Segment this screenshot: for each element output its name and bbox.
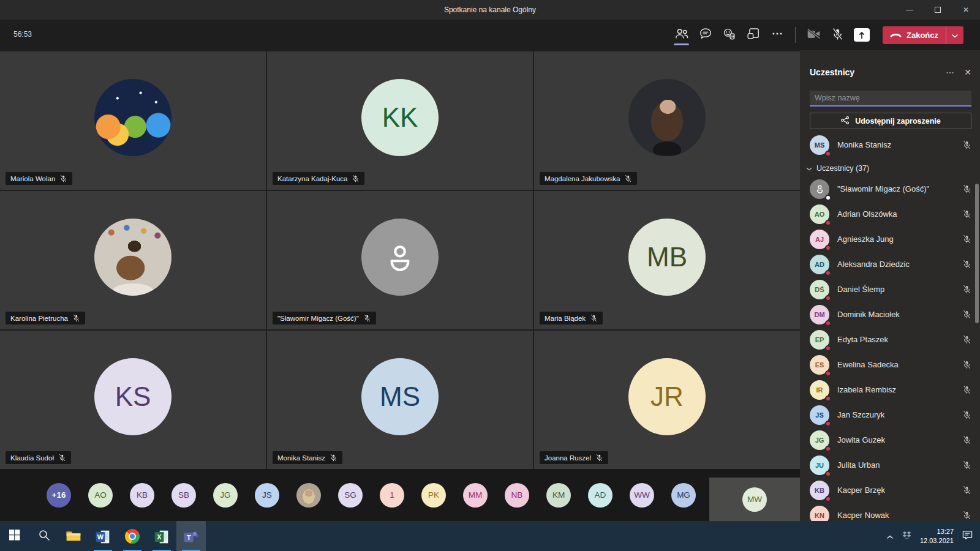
- video-tile[interactable]: Mariola Wolan: [0, 51, 266, 190]
- close-button[interactable]: ✕: [952, 0, 980, 20]
- start-button[interactable]: [0, 521, 29, 551]
- breakout-rooms-icon: [747, 27, 760, 43]
- reactions-icon: [722, 28, 736, 43]
- hang-up-icon: [890, 31, 902, 40]
- strip-avatar[interactable]: AO: [88, 483, 113, 508]
- mic-off-icon[interactable]: [962, 360, 971, 369]
- participant-row[interactable]: KN Kacper Nowak: [800, 503, 980, 521]
- hidden-participants-count[interactable]: +16: [47, 483, 71, 508]
- mic-off-icon[interactable]: [962, 285, 971, 294]
- camera-toggle-button[interactable]: [802, 20, 826, 50]
- word-button[interactable]: W: [88, 521, 118, 551]
- presence-badge: [825, 421, 831, 427]
- video-tile[interactable]: JR Joanna Ruszel: [534, 331, 800, 469]
- end-meeting-label: Zakończ: [907, 31, 938, 40]
- tile-name-label: Magdalena Jakubowska: [540, 172, 637, 185]
- strip-avatar[interactable]: JG: [213, 483, 238, 508]
- video-tile[interactable]: MB Maria Błądek: [534, 191, 800, 329]
- more-options-icon: [771, 27, 784, 43]
- taskbar-search-button[interactable]: [29, 521, 59, 551]
- end-options-button[interactable]: [946, 26, 963, 44]
- strip-avatar[interactable]: MM: [463, 483, 488, 508]
- panel-close-icon[interactable]: ✕: [964, 67, 971, 77]
- file-explorer-button[interactable]: [59, 521, 88, 551]
- show-chat-button[interactable]: [693, 20, 717, 50]
- strip-avatar[interactable]: MG: [671, 483, 696, 508]
- minimize-button[interactable]: —: [895, 0, 924, 20]
- participant-row[interactable]: MS Monika Stanisz: [800, 132, 980, 157]
- participant-row[interactable]: JS Jan Szczuryk: [800, 402, 980, 427]
- mic-off-icon[interactable]: [962, 460, 971, 470]
- self-view-tile[interactable]: MW: [709, 478, 800, 521]
- mic-off-icon[interactable]: [962, 310, 971, 319]
- more-options-button[interactable]: [765, 20, 789, 50]
- reactions-button[interactable]: [717, 20, 741, 50]
- mic-off-icon[interactable]: [962, 140, 971, 149]
- strip-avatar[interactable]: KM: [546, 483, 571, 508]
- excel-button[interactable]: X: [147, 521, 176, 551]
- mic-off-icon[interactable]: [962, 410, 971, 419]
- mic-off-icon[interactable]: [962, 184, 971, 193]
- participants-section-header[interactable]: Uczestnicy (37): [806, 164, 971, 173]
- video-tile[interactable]: KK Katarzyna Kadaj-Kuca: [267, 51, 533, 190]
- strip-avatar[interactable]: KB: [130, 483, 154, 508]
- panel-more-options-icon[interactable]: ⋯: [946, 67, 954, 77]
- share-screen-button[interactable]: [850, 20, 873, 50]
- mic-off-icon[interactable]: [962, 435, 971, 444]
- participant-row[interactable]: IR Izabela Rembisz: [800, 377, 980, 402]
- participant-row[interactable]: JG Jowita Guzek: [800, 427, 980, 452]
- mic-off-icon[interactable]: [962, 209, 971, 219]
- mic-toggle-button[interactable]: [826, 20, 850, 50]
- participant-name: Agnieszka Jung: [837, 234, 894, 244]
- video-tile[interactable]: MS Monika Stanisz: [267, 331, 533, 469]
- share-invite-button[interactable]: Udostępnij zaproszenie: [810, 113, 971, 129]
- teams-button[interactable]: T: [176, 521, 206, 551]
- maximize-button[interactable]: [924, 0, 952, 20]
- video-tile[interactable]: Magdalena Jakubowska: [534, 51, 800, 190]
- mic-off-icon[interactable]: [962, 511, 971, 520]
- participant-row[interactable]: DŚ Daniel Ślemp: [800, 277, 980, 302]
- mic-off-icon[interactable]: [962, 485, 971, 495]
- dropbox-tray-icon[interactable]: [902, 531, 911, 542]
- video-tile[interactable]: KS Klaudia Sudoł: [0, 331, 266, 469]
- toolbar-divider: [795, 27, 796, 43]
- video-tile[interactable]: "Sławomir Migacz (Gość)": [267, 191, 533, 329]
- mic-off-icon[interactable]: [962, 260, 971, 269]
- strip-avatar[interactable]: SG: [338, 483, 363, 508]
- breakout-rooms-button[interactable]: [741, 20, 765, 50]
- presence-badge: [825, 370, 831, 377]
- participant-row[interactable]: DM Dominik Maciołek: [800, 302, 980, 327]
- participant-row[interactable]: JU Julita Urban: [800, 452, 980, 478]
- tile-name-label: Joanna Ruszel: [540, 451, 608, 464]
- participant-row[interactable]: AJ Agnieszka Jung: [800, 227, 980, 252]
- chrome-button[interactable]: [118, 521, 147, 551]
- mic-off-icon[interactable]: [962, 234, 971, 244]
- action-center-icon[interactable]: [962, 530, 973, 542]
- search-participant-input[interactable]: [810, 91, 971, 107]
- strip-avatar[interactable]: NB: [505, 483, 529, 508]
- svg-text:X: X: [157, 533, 162, 540]
- strip-avatar[interactable]: 1: [380, 483, 404, 508]
- end-meeting-button[interactable]: Zakończ: [883, 26, 963, 44]
- participant-avatar: KN: [810, 506, 829, 522]
- strip-photo-avatar[interactable]: [296, 483, 321, 508]
- strip-avatar[interactable]: SB: [172, 483, 196, 508]
- video-tile[interactable]: Karolina Pietrucha: [0, 191, 266, 329]
- tray-chevron-up-icon[interactable]: [886, 531, 894, 542]
- strip-avatar[interactable]: AD: [588, 483, 612, 508]
- taskbar-clock[interactable]: 13:27 12.03.2021: [920, 527, 954, 545]
- participant-row[interactable]: AD Aleksandra Dziedzic: [800, 252, 980, 277]
- mic-off-icon[interactable]: [962, 335, 971, 344]
- strip-avatar[interactable]: JS: [255, 483, 279, 508]
- participant-row[interactable]: EP Edyta Ptaszek: [800, 327, 980, 352]
- strip-avatar[interactable]: PK: [421, 483, 446, 508]
- participant-row[interactable]: ES Ewelina Sadecka: [800, 352, 980, 377]
- mic-off-icon[interactable]: [962, 385, 971, 394]
- show-participants-button[interactable]: [669, 20, 693, 50]
- strip-avatar[interactable]: WW: [630, 483, 654, 508]
- participant-row[interactable]: KB Kacper Brzęk: [800, 478, 980, 503]
- presence-badge: [825, 395, 831, 402]
- participant-row[interactable]: "Sławomir Migacz (Gość)": [800, 176, 980, 201]
- panel-scrollbar[interactable]: [975, 184, 979, 323]
- participant-row[interactable]: AO Adrian Olszówka: [800, 201, 980, 227]
